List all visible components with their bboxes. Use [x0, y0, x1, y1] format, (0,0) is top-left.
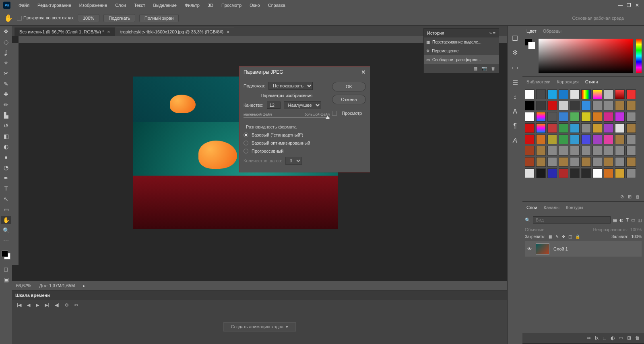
style-swatch[interactable] — [592, 89, 602, 99]
filter-smart-icon[interactable]: ◫ — [638, 218, 642, 223]
history-item[interactable]: ▦Перетаскивание выделе... — [424, 37, 499, 46]
menu-edit[interactable]: Редактирование — [33, 0, 75, 10]
shape-tool-icon[interactable]: ▭ — [1, 205, 11, 213]
style-swatch[interactable] — [626, 89, 636, 99]
brush-tool-icon[interactable]: ✏ — [1, 101, 11, 109]
dock-icon-2[interactable]: ✻ — [512, 49, 518, 56]
wand-tool-icon[interactable]: ✧ — [1, 59, 11, 67]
style-swatch[interactable] — [559, 157, 568, 167]
preview-checkbox[interactable] — [332, 111, 337, 116]
style-swatch[interactable] — [592, 135, 602, 144]
style-swatch[interactable] — [570, 101, 580, 110]
style-swatch[interactable] — [570, 135, 580, 144]
type-tool-icon[interactable]: T — [1, 184, 11, 193]
eraser-tool-icon[interactable]: ◧ — [1, 132, 11, 140]
layer-search-input[interactable] — [533, 216, 611, 224]
quickmask-icon[interactable]: ◻ — [1, 265, 11, 273]
color-picker[interactable] — [522, 36, 644, 76]
doc-tab-inactive[interactable]: tropicheskie-ribki-1600x1200.jpg @ 33,3%… — [116, 27, 234, 36]
style-swatch[interactable] — [626, 146, 636, 155]
color-swatch-tool[interactable] — [2, 251, 10, 259]
style-swatch[interactable] — [615, 101, 625, 110]
edit-toolbar-icon[interactable]: ⋯ — [1, 237, 11, 245]
pen-tool-icon[interactable]: ✒ — [1, 174, 11, 182]
style-swatch[interactable] — [615, 157, 625, 167]
style-swatch[interactable] — [525, 168, 535, 178]
workspace-label[interactable]: Основная рабочая среда — [572, 16, 644, 21]
dialog-titlebar[interactable]: Параметры JPEG ✕ — [239, 66, 370, 78]
style-swatch[interactable] — [604, 89, 613, 99]
dock-icon-3[interactable]: ▭ — [512, 64, 518, 71]
menu-filter[interactable]: Фильтр — [181, 0, 204, 10]
tab-libraries[interactable]: Библиотеки — [526, 79, 551, 84]
style-swatch[interactable] — [536, 157, 546, 167]
gradient-tool-icon[interactable]: ◐ — [1, 143, 11, 151]
history-title[interactable]: История — [427, 31, 444, 35]
radio-baseline[interactable] — [244, 133, 248, 137]
lasso-tool-icon[interactable]: ʆ — [1, 48, 11, 56]
style-swatch[interactable] — [604, 123, 613, 133]
timeline-play-icon[interactable]: ▶ — [36, 303, 39, 308]
stamp-tool-icon[interactable]: ▙ — [1, 111, 11, 119]
tab-swatches[interactable]: Образцы — [543, 29, 561, 33]
history-trash-icon[interactable]: 🗑 — [491, 66, 495, 71]
history-brush-icon[interactable]: ↺ — [1, 122, 11, 130]
style-swatch[interactable] — [604, 157, 613, 167]
visibility-icon[interactable]: 👁 — [527, 247, 532, 251]
tab-paths[interactable]: Контуры — [566, 205, 583, 210]
scroll-all-toggle[interactable]: Прокрутка во всех окнах — [17, 15, 74, 21]
tab-correction[interactable]: Коррекция — [557, 79, 579, 84]
new-layer-icon[interactable]: ⊞ — [627, 335, 631, 341]
menu-view[interactable]: Просмотр — [217, 0, 246, 10]
create-animation-button[interactable]: Создать анимацию кадра ▾ — [223, 322, 296, 332]
styles-nostyle-icon[interactable]: ⊘ — [620, 194, 624, 199]
fx-icon[interactable]: fx — [595, 335, 599, 341]
style-swatch[interactable] — [615, 146, 625, 155]
style-swatch[interactable] — [592, 168, 602, 178]
filter-pixel-icon[interactable]: ▦ — [613, 218, 617, 223]
close-icon[interactable]: ✕ — [361, 69, 366, 75]
cancel-button[interactable]: Отмена — [332, 95, 366, 104]
style-swatch[interactable] — [581, 123, 591, 133]
layer-row[interactable]: 👁 Слой 1 — [525, 241, 642, 257]
radio-baseline-opt[interactable] — [244, 141, 248, 145]
style-swatch[interactable] — [615, 135, 625, 144]
styles-new-icon[interactable]: ⊞ — [628, 194, 632, 199]
style-swatch[interactable] — [536, 146, 546, 155]
style-swatch[interactable] — [547, 89, 557, 99]
style-swatch[interactable] — [536, 112, 546, 122]
tab-color[interactable]: Цвет — [526, 29, 537, 33]
style-swatch[interactable] — [615, 168, 625, 178]
timeline-settings-icon[interactable]: ⚙ — [65, 303, 69, 308]
crop-tool-icon[interactable]: ✂ — [1, 69, 11, 77]
dodge-tool-icon[interactable]: ◔ — [1, 164, 11, 172]
style-swatch[interactable] — [592, 112, 602, 122]
lock-all-icon[interactable]: 🔒 — [575, 234, 580, 239]
style-swatch[interactable] — [547, 101, 557, 110]
tab-layers[interactable]: Слои — [526, 205, 537, 210]
style-swatch[interactable] — [559, 101, 568, 110]
style-swatch[interactable] — [626, 157, 636, 167]
zoom-dropdown[interactable]: 100% — [78, 14, 99, 22]
zoom-tool-icon[interactable]: 🔍 — [1, 226, 11, 234]
menu-file[interactable]: Файл — [14, 0, 33, 10]
style-swatch[interactable] — [536, 101, 546, 110]
filter-adjust-icon[interactable]: ◐ — [619, 218, 623, 223]
status-arrow-icon[interactable]: ▸ — [83, 283, 85, 288]
style-swatch[interactable] — [604, 112, 613, 122]
move-tool-icon[interactable]: ✥ — [1, 27, 11, 35]
link-layers-icon[interactable]: ⇔ — [587, 335, 591, 341]
styles-grid[interactable] — [522, 87, 644, 192]
style-swatch[interactable] — [626, 135, 636, 144]
style-swatch[interactable] — [525, 146, 535, 155]
style-swatch[interactable] — [536, 135, 546, 144]
close-tab-icon[interactable]: × — [107, 29, 109, 34]
timeline-next-icon[interactable]: ▶| — [45, 303, 49, 308]
style-swatch[interactable] — [626, 123, 636, 133]
hand-tool-icon[interactable]: ✋ — [1, 216, 11, 224]
history-snap-icon[interactable]: 📷 — [481, 66, 487, 71]
style-swatch[interactable] — [570, 157, 580, 167]
layer-name[interactable]: Слой 1 — [553, 247, 568, 251]
timeline-header[interactable]: Шкала времени — [12, 290, 507, 300]
style-swatch[interactable] — [525, 135, 535, 144]
